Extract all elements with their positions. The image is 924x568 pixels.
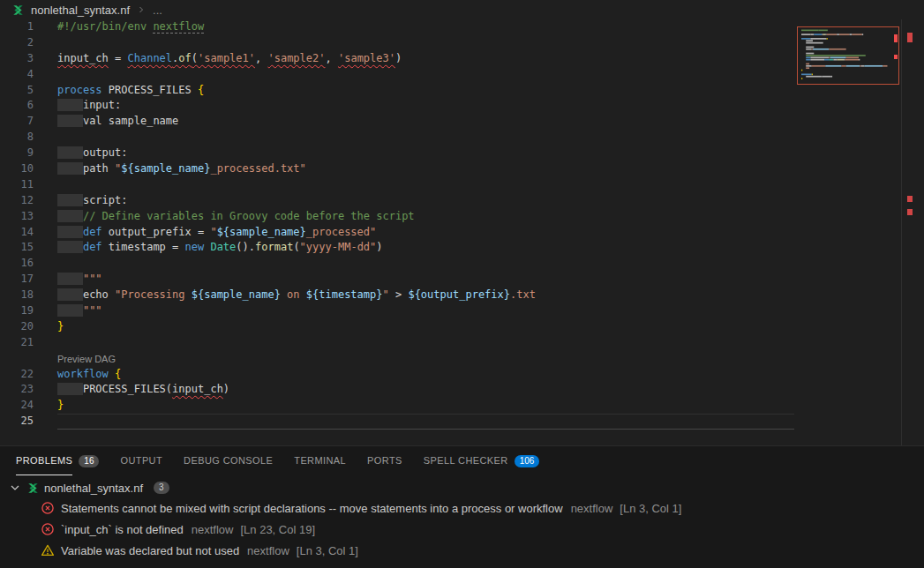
panel-tab-spell-checker[interactable]: SPELL CHECKER106 xyxy=(424,446,540,475)
problem-item[interactable]: Variable was declared but not usednextfl… xyxy=(0,540,924,561)
problem-source: nextflow xyxy=(192,523,234,536)
problems-file-row[interactable]: nonlethal_syntax.nf 3 xyxy=(0,478,924,497)
editor-scrollbar-divider xyxy=(901,19,902,445)
line-number[interactable]: 9 xyxy=(0,146,41,161)
warning-icon xyxy=(41,543,55,557)
panel-tab-debug-console[interactable]: DEBUG CONSOLE xyxy=(184,446,273,475)
code-text: echo "Processing ${sample_name} on ${tim… xyxy=(57,288,794,303)
breadcrumb-filename[interactable]: nonlethal_syntax.nf xyxy=(31,4,130,17)
code-line-23[interactable]: 23 PROCESS_FILES(input_ch) xyxy=(0,382,794,398)
panel-tab-output[interactable]: OUTPUT xyxy=(120,446,162,475)
problem-source: nextflow xyxy=(247,544,289,557)
code-line-8[interactable]: 8 xyxy=(0,130,794,146)
problem-message: `input_ch` is not defined xyxy=(61,523,184,536)
code-line-21[interactable]: 21 xyxy=(0,335,794,351)
code-line-10[interactable]: 10 path "${sample_name}_processed.txt" xyxy=(0,161,794,177)
code-text xyxy=(57,414,794,430)
line-number[interactable]: 3 xyxy=(0,51,41,67)
code-text: } xyxy=(57,398,794,414)
code-text: """ xyxy=(57,272,794,288)
code-text: process PROCESS_FILES { xyxy=(57,83,794,99)
line-number[interactable]: 14 xyxy=(0,225,41,241)
line-number[interactable]: 17 xyxy=(0,272,41,288)
line-number[interactable]: 22 xyxy=(0,367,41,383)
code-line-18[interactable]: 18 echo "Processing ${sample_name} on ${… xyxy=(0,288,794,303)
code-line-22[interactable]: 22workflow { xyxy=(0,367,794,383)
minimap[interactable] xyxy=(797,26,899,85)
code-line-1[interactable]: 1#!/usr/bin/env nextflow xyxy=(0,19,794,35)
breadcrumb: nonlethal_syntax.nf ... xyxy=(0,0,924,19)
problem-item[interactable]: `input_ch` is not definednextflow[Ln 23,… xyxy=(0,519,924,540)
code-text: def timestamp = new Date().format("yyyy-… xyxy=(57,240,794,256)
chevron-down-icon[interactable] xyxy=(8,481,22,495)
code-text: // Define variables in Groovy code befor… xyxy=(57,209,794,225)
line-number[interactable]: 16 xyxy=(0,256,41,272)
line-number[interactable]: 20 xyxy=(0,319,41,335)
code-line-9[interactable]: 9 output: xyxy=(0,146,794,161)
code-line-7[interactable]: 7 val sample_name xyxy=(0,114,794,130)
panel-tab-label: OUTPUT xyxy=(120,446,162,475)
line-number[interactable]: 12 xyxy=(0,193,41,209)
code-text xyxy=(57,335,794,351)
code-line-6[interactable]: 6 input: xyxy=(0,98,794,114)
problem-message: Variable was declared but not used xyxy=(61,544,239,557)
code-line-5[interactable]: 5process PROCESS_FILES { xyxy=(0,83,794,99)
code-text: input: xyxy=(57,98,794,114)
code-text xyxy=(57,67,794,83)
panel-tab-terminal[interactable]: TERMINAL xyxy=(294,446,346,475)
line-number[interactable]: 15 xyxy=(0,240,41,256)
code-line-25[interactable]: 25 xyxy=(0,414,794,430)
problem-location: [Ln 3, Col 1] xyxy=(297,544,358,557)
code-line-3[interactable]: 3input_ch = Channel.of('sample1', 'sampl… xyxy=(0,51,794,67)
code-line-19[interactable]: 19 """ xyxy=(0,303,794,319)
code-line-15[interactable]: 15 def timestamp = new Date().format("yy… xyxy=(0,240,794,256)
panel-tab-ports[interactable]: PORTS xyxy=(367,446,402,475)
line-number[interactable]: 1 xyxy=(0,19,41,35)
code-line-11[interactable]: 11 xyxy=(0,177,794,193)
problems-count-badge: 3 xyxy=(154,482,169,494)
line-number[interactable]: 10 xyxy=(0,161,41,177)
line-number[interactable]: 2 xyxy=(0,35,41,51)
problem-message: Statements cannot be mixed with script d… xyxy=(61,502,563,515)
code-line-16[interactable]: 16 xyxy=(0,256,794,272)
minimap-error-mark xyxy=(894,55,898,59)
code-line-17[interactable]: 17 """ xyxy=(0,272,794,288)
problem-source: nextflow xyxy=(571,502,613,515)
panel-tab-problems[interactable]: PROBLEMS16 xyxy=(16,446,99,475)
code-line-20[interactable]: 20} xyxy=(0,319,794,335)
code-lens-link[interactable]: Preview DAG xyxy=(57,351,116,367)
code-line-4[interactable]: 4 xyxy=(0,67,794,83)
line-number[interactable]: 25 xyxy=(0,414,41,430)
line-number[interactable]: 19 xyxy=(0,303,41,319)
minimap-canvas[interactable] xyxy=(798,27,898,84)
line-number[interactable]: 13 xyxy=(0,209,41,225)
nextflow-logo-icon xyxy=(11,4,25,17)
panel-tab-label: SPELL CHECKER xyxy=(424,446,508,475)
code-text: val sample_name xyxy=(57,114,794,130)
line-number[interactable]: 18 xyxy=(0,288,41,303)
code-line-14[interactable]: 14 def output_prefix = "${sample_name}_p… xyxy=(0,225,794,241)
code-editor: 1#!/usr/bin/env nextflow23input_ch = Cha… xyxy=(0,19,924,445)
line-number[interactable]: 4 xyxy=(0,67,41,83)
code-line-12[interactable]: 12 script: xyxy=(0,193,794,209)
problem-item[interactable]: Statements cannot be mixed with script d… xyxy=(0,497,924,519)
line-number[interactable]: 21 xyxy=(0,335,41,351)
panel-tab-bar: PROBLEMS16OUTPUTDEBUG CONSOLETERMINALPOR… xyxy=(0,446,924,475)
chevron-right-icon xyxy=(136,4,146,15)
line-number[interactable]: 8 xyxy=(0,130,41,146)
breadcrumb-ellipsis[interactable]: ... xyxy=(153,4,162,17)
line-number[interactable]: 5 xyxy=(0,83,41,99)
code-text: #!/usr/bin/env nextflow xyxy=(57,19,794,35)
line-number[interactable]: 24 xyxy=(0,398,41,414)
code-line-24[interactable]: 24} xyxy=(0,398,794,414)
line-number[interactable]: 7 xyxy=(0,114,41,130)
line-number[interactable]: 11 xyxy=(0,177,41,193)
code-text: """ xyxy=(57,303,794,319)
line-number[interactable]: 23 xyxy=(0,382,41,398)
code-line-13[interactable]: 13 // Define variables in Groovy code be… xyxy=(0,209,794,225)
code-lens-row: Preview DAG xyxy=(0,351,794,367)
line-number[interactable]: 6 xyxy=(0,98,41,114)
code-text: script: xyxy=(57,193,794,209)
panel-tab-label: TERMINAL xyxy=(294,446,346,475)
code-line-2[interactable]: 2 xyxy=(0,35,794,51)
